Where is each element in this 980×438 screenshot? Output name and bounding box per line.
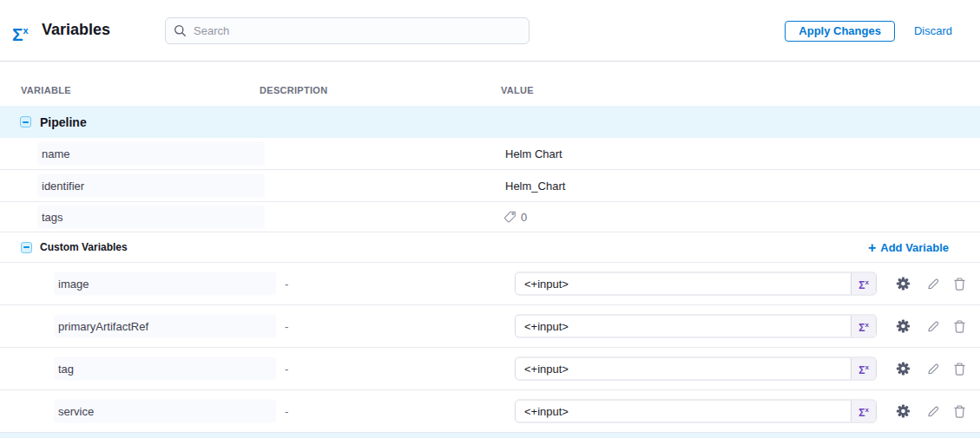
edit-button[interactable] xyxy=(926,277,940,291)
trash-icon xyxy=(953,362,966,376)
variable-description: - xyxy=(285,320,288,333)
sigma-x-icon: Σx xyxy=(858,405,869,418)
gear-icon xyxy=(896,362,911,376)
expression-toggle[interactable]: Σx xyxy=(851,273,876,295)
table-row-identifier: identifier Helm_Chart xyxy=(0,170,980,202)
table-row-tag: tag - Σx xyxy=(0,348,980,390)
value-input[interactable] xyxy=(516,358,851,380)
edit-button[interactable] xyxy=(926,362,940,376)
value-input[interactable] xyxy=(516,273,851,295)
variable-name-pill[interactable]: tags xyxy=(37,206,265,229)
settings-button[interactable] xyxy=(896,404,911,419)
variable-value: Helm Chart xyxy=(505,147,562,160)
sigma-x-icon: Σx xyxy=(858,278,869,291)
delete-button[interactable] xyxy=(953,277,966,291)
tags-count: 0 xyxy=(521,211,527,224)
delete-button[interactable] xyxy=(953,319,966,333)
tag-icon xyxy=(503,211,516,224)
table-header-row: VARIABLE DESCRIPTION VALUE xyxy=(0,62,980,106)
variable-description: - xyxy=(285,363,288,376)
variable-description: - xyxy=(285,278,288,291)
value-input-wrap: Σx xyxy=(515,315,877,338)
variable-name-pill[interactable]: image xyxy=(54,272,276,296)
discard-link[interactable]: Discard xyxy=(914,24,952,37)
apply-changes-button[interactable]: Apply Changes xyxy=(785,21,895,42)
expression-toggle[interactable]: Σx xyxy=(851,316,876,337)
value-area: Σx xyxy=(515,357,966,381)
pencil-icon xyxy=(926,319,940,333)
next-section-row-partial xyxy=(0,433,980,438)
delete-button[interactable] xyxy=(953,404,966,418)
sigma-x-icon: Σx xyxy=(858,320,869,333)
header-actions: Apply Changes Discard xyxy=(785,0,952,62)
settings-button[interactable] xyxy=(896,319,911,334)
plus-icon: + xyxy=(868,241,876,253)
edit-button[interactable] xyxy=(926,319,940,333)
column-header-description: DESCRIPTION xyxy=(260,85,327,95)
gear-icon xyxy=(896,319,911,334)
value-area: Σx xyxy=(515,272,966,296)
table-row-tags: tags 0 xyxy=(0,202,980,232)
sigma-x-icon: Σx xyxy=(858,363,869,376)
variable-name: image xyxy=(58,278,89,291)
tags-value: 0 xyxy=(503,211,527,224)
variable-description: - xyxy=(285,405,288,418)
search-input[interactable] xyxy=(165,17,529,44)
variable-name-pill[interactable]: tag xyxy=(54,357,276,381)
variable-name: primaryArtifactRef xyxy=(58,320,148,333)
value-input-wrap: Σx xyxy=(515,400,877,423)
expression-toggle[interactable]: Σx xyxy=(851,401,876,422)
value-area: Σx xyxy=(515,400,966,423)
variable-name: name xyxy=(42,147,70,160)
table-row-image: image - Σx xyxy=(0,263,980,305)
collapse-minus-icon[interactable] xyxy=(20,116,31,127)
add-variable-button[interactable]: + Add Variable xyxy=(868,241,949,254)
collapse-minus-icon[interactable] xyxy=(21,242,32,253)
column-header-value: VALUE xyxy=(501,85,534,95)
pencil-icon xyxy=(926,277,940,291)
table-row-primaryArtifactRef: primaryArtifactRef - Σx xyxy=(0,305,980,348)
search-box xyxy=(165,17,529,44)
trash-icon xyxy=(953,404,966,418)
top-bar: Σx Variables Apply Changes Discard xyxy=(0,0,980,62)
delete-button[interactable] xyxy=(953,362,966,376)
pencil-icon xyxy=(926,362,940,376)
table-row-service: service - Σx xyxy=(0,390,980,433)
expression-toggle[interactable]: Σx xyxy=(851,358,876,380)
pipeline-section-header: Pipeline xyxy=(0,106,980,138)
add-variable-label: Add Variable xyxy=(880,241,949,254)
value-input-wrap: Σx xyxy=(515,357,877,381)
sigma-x-icon: Σx xyxy=(12,21,29,44)
custom-variables-section-header: Custom Variables + Add Variable xyxy=(0,232,980,263)
variable-name-pill[interactable]: name xyxy=(37,142,265,166)
settings-button[interactable] xyxy=(896,362,911,376)
variable-name: tags xyxy=(42,211,63,224)
value-area: Σx xyxy=(515,315,966,338)
column-header-variable: VARIABLE xyxy=(21,85,71,95)
variables-panel: Σx Variables Apply Changes Discard VARIA… xyxy=(0,0,980,438)
page-title: Variables xyxy=(42,21,110,39)
trash-icon xyxy=(953,277,966,291)
variable-name: tag xyxy=(58,363,74,376)
value-input-wrap: Σx xyxy=(515,272,877,296)
table-row-name: name Helm Chart xyxy=(0,138,980,170)
pipeline-section-label: Pipeline xyxy=(40,115,87,129)
value-input[interactable] xyxy=(516,401,851,422)
variable-value: Helm_Chart xyxy=(505,180,565,193)
sigma-glyph: Σ xyxy=(12,24,23,44)
settings-button[interactable] xyxy=(896,277,911,291)
variable-name-pill[interactable]: service xyxy=(54,400,276,423)
trash-icon xyxy=(953,319,966,333)
variable-name-pill[interactable]: primaryArtifactRef xyxy=(54,315,276,338)
gear-icon xyxy=(896,277,911,291)
search-icon xyxy=(174,24,187,37)
variable-name: service xyxy=(58,405,94,418)
sigma-sup-glyph: x xyxy=(23,25,29,36)
variable-name-pill[interactable]: identifier xyxy=(37,174,265,198)
value-input[interactable] xyxy=(516,316,851,337)
pencil-icon xyxy=(926,404,940,418)
variable-name: identifier xyxy=(42,180,84,193)
edit-button[interactable] xyxy=(926,404,940,418)
custom-variables-label: Custom Variables xyxy=(40,241,128,253)
gear-icon xyxy=(896,404,911,419)
